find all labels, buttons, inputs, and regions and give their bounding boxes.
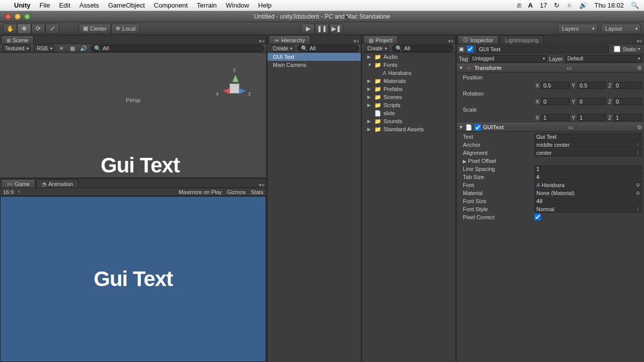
position-y-field[interactable] <box>578 82 606 89</box>
battery-status[interactable]: 17 <box>540 2 547 9</box>
scene-audio-toggle[interactable]: 🔊 <box>79 45 88 52</box>
volume-icon[interactable]: 🔊 <box>579 2 587 9</box>
static-checkbox[interactable] <box>614 46 620 52</box>
window-zoom-button[interactable] <box>24 14 30 20</box>
rotate-tool-button[interactable]: ⟳ <box>31 24 45 34</box>
object-name-field[interactable] <box>476 45 608 53</box>
gizmos-toggle[interactable]: Gizmos <box>227 189 246 195</box>
orientation-gizmo[interactable]: x y z <box>217 71 252 106</box>
project-item[interactable]: ▶📁Sounds <box>362 117 455 125</box>
guitext-font-field[interactable]: AHarabara <box>534 182 642 189</box>
inspector-panel-options[interactable]: ▾≡ <box>635 39 644 44</box>
game-tab[interactable]: 🎮Game <box>1 179 35 188</box>
adobe-icon[interactable]: A <box>528 2 533 9</box>
project-list[interactable]: ▶📁Audio▼📁FontsAHarabara▶📁Materials▶📁Pref… <box>362 53 455 362</box>
step-button[interactable]: ▶❚ <box>329 24 343 34</box>
clock[interactable]: Thu 18:02 <box>594 2 624 9</box>
hierarchy-tab[interactable]: ≔Hierarchy <box>269 35 310 44</box>
layout-dropdown[interactable]: Layout <box>601 24 641 34</box>
hierarchy-create-dropdown[interactable]: Create <box>270 45 294 52</box>
project-tab[interactable]: ▤Project <box>363 35 398 44</box>
guitext-help-icon[interactable]: ▭ <box>568 124 573 131</box>
guitext-alignment-dropdown[interactable]: center <box>534 149 642 156</box>
stats-toggle[interactable]: Stats <box>251 189 263 195</box>
guitext-fontsize-field[interactable] <box>534 198 642 205</box>
project-item[interactable]: ▶📁Scenes <box>362 93 455 101</box>
hierarchy-item-guitext[interactable]: GUI Text <box>268 53 361 61</box>
guitext-pixelcorrect-checkbox[interactable] <box>534 214 541 220</box>
menu-terrain[interactable]: Terrain <box>197 2 217 9</box>
project-create-dropdown[interactable]: Create <box>364 45 389 52</box>
scale-y-field[interactable] <box>578 114 606 121</box>
hierarchy-panel-options[interactable]: ▾≡ <box>352 39 361 44</box>
game-panel-options[interactable]: ▾≡ <box>257 183 266 188</box>
spotlight-icon[interactable]: 🔍 <box>631 2 639 9</box>
pivot-local-button[interactable]: ⊕Local <box>111 24 140 34</box>
project-item[interactable]: ▶📁Standard Assets <box>362 125 455 133</box>
projection-label[interactable]: Persp <box>126 97 140 103</box>
menu-assets[interactable]: Assets <box>79 2 99 9</box>
guitext-anchor-dropdown[interactable]: middle center <box>534 141 642 148</box>
screen-icon[interactable]: ⎚ <box>517 2 521 9</box>
position-x-field[interactable] <box>541 82 570 89</box>
timemachine-icon[interactable]: ↻ <box>554 2 559 9</box>
transform-help-icon[interactable]: ▭ <box>567 65 572 71</box>
hierarchy-list[interactable]: GUI Text Main Camera <box>268 53 361 362</box>
guitext-tabsize-field[interactable] <box>534 173 642 180</box>
scale-z-field[interactable] <box>614 114 642 121</box>
guitext-linespacing-field[interactable] <box>534 165 642 172</box>
guitext-component-header[interactable]: ▼📄 GUIText ▭ ⚙ <box>457 123 644 132</box>
project-item[interactable]: ▶📁Audio <box>362 53 455 61</box>
guitext-text-field[interactable] <box>534 133 642 140</box>
guitext-enabled-checkbox[interactable] <box>474 124 481 131</box>
menu-edit[interactable]: Edit <box>59 2 70 9</box>
maximize-on-play-toggle[interactable]: Maximize on Play <box>179 189 222 195</box>
rotation-z-field[interactable] <box>614 98 642 105</box>
pivot-center-button[interactable]: ▦Center <box>78 24 111 34</box>
animation-tab[interactable]: ◔Animation <box>36 179 78 188</box>
inspector-tab[interactable]: ⓘInspector <box>458 35 499 44</box>
project-panel-options[interactable]: ▾≡ <box>446 39 455 44</box>
project-item[interactable]: ▶📁Prefabs <box>362 85 455 93</box>
guitext-gear-icon[interactable]: ⚙ <box>637 124 642 131</box>
window-minimize-button[interactable] <box>15 14 21 20</box>
project-item[interactable]: ▶📁Materials <box>362 77 455 85</box>
menu-window[interactable]: Window <box>226 2 249 9</box>
scene-tab[interactable]: ⊞Scene <box>1 35 34 44</box>
transform-gear-icon[interactable]: ⚙ <box>637 65 642 71</box>
tag-dropdown[interactable]: Untagged <box>470 55 547 62</box>
pause-button[interactable]: ❚❚ <box>315 24 329 34</box>
scene-shading-dropdown[interactable]: Textured <box>2 45 31 52</box>
move-tool-button[interactable]: ✥ <box>17 24 31 34</box>
lightmapping-tab[interactable]: Lightmapping <box>500 35 544 44</box>
bluetooth-icon[interactable]: ⧺ <box>567 2 572 9</box>
scene-search[interactable]: 🔍All <box>91 45 264 52</box>
guitext-material-field[interactable]: None (Material) <box>534 190 642 197</box>
active-checkboxի

          [interactable] <box>467 46 473 52</box>
project-item[interactable]: AHarabara <box>362 69 455 77</box>
hand-tool-button[interactable]: ✋ <box>3 24 17 34</box>
rotation-y-field[interactable] <box>578 98 606 105</box>
play-button[interactable]: ▶ <box>301 24 315 34</box>
menu-gameobject[interactable]: GameObject <box>108 2 145 9</box>
menu-help[interactable]: Help <box>258 2 272 9</box>
scale-x-field[interactable] <box>541 114 570 121</box>
project-item[interactable]: ▶📁Scripts <box>362 101 455 109</box>
guitext-fontstyle-dropdown[interactable]: Normal <box>534 206 642 213</box>
project-item[interactable]: ▼📁Fonts <box>362 61 455 69</box>
scene-panel-options[interactable]: ▾≡ <box>257 39 266 44</box>
layer-dropdown[interactable]: Default <box>565 55 642 62</box>
scene-light-toggle[interactable]: ☀ <box>57 45 65 52</box>
transform-component-header[interactable]: ▼⊹ Transform ▭ ⚙ <box>457 63 644 72</box>
menu-file[interactable]: File <box>40 2 50 9</box>
scene-fx-toggle[interactable]: ▦ <box>68 45 76 52</box>
scene-render-dropdown[interactable]: RGB <box>34 45 54 52</box>
project-search[interactable]: 🔍All <box>392 45 453 52</box>
scene-view[interactable]: Gui Text x y z Persp <box>0 53 266 177</box>
window-close-button[interactable] <box>5 14 11 20</box>
hierarchy-item-camera[interactable]: Main Camera <box>268 61 361 69</box>
layers-dropdown[interactable]: Layers <box>557 24 598 34</box>
aspect-dropdown[interactable]: 16:9 <box>3 189 14 195</box>
rotation-x-field[interactable] <box>541 98 570 105</box>
scale-tool-button[interactable]: ⤢ <box>45 24 59 34</box>
